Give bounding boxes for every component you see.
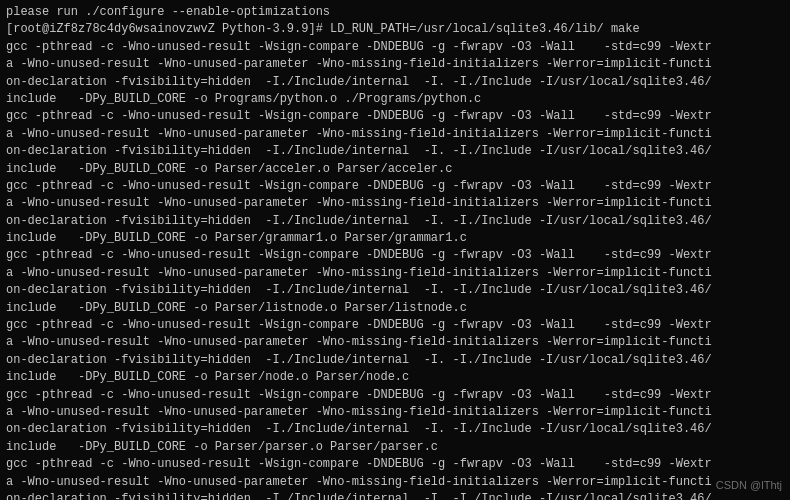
terminal-line: on-declaration -fvisibility=hidden -I./I… [6,421,784,438]
terminal-line: include -DPy_BUILD_CORE -o Parser/accele… [6,161,784,178]
terminal-line: please run ./configure --enable-optimiza… [6,4,784,21]
terminal-line: [root@iZf8z78c4dy6wsainovzwvZ Python-3.9… [6,21,784,38]
terminal-line: gcc -pthread -c -Wno-unused-result -Wsig… [6,247,784,264]
terminal-output: please run ./configure --enable-optimiza… [6,4,784,500]
terminal-line: a -Wno-unused-result -Wno-unused-paramet… [6,126,784,143]
terminal-line: a -Wno-unused-result -Wno-unused-paramet… [6,195,784,212]
terminal-line: include -DPy_BUILD_CORE -o Parser/gramma… [6,230,784,247]
terminal-line: include -DPy_BUILD_CORE -o Programs/pyth… [6,91,784,108]
terminal-line: on-declaration -fvisibility=hidden -I./I… [6,213,784,230]
terminal-line: a -Wno-unused-result -Wno-unused-paramet… [6,474,784,491]
terminal-line: gcc -pthread -c -Wno-unused-result -Wsig… [6,108,784,125]
terminal-line: include -DPy_BUILD_CORE -o Parser/parser… [6,439,784,456]
terminal-line: gcc -pthread -c -Wno-unused-result -Wsig… [6,39,784,56]
terminal-line: gcc -pthread -c -Wno-unused-result -Wsig… [6,456,784,473]
terminal-line: on-declaration -fvisibility=hidden -I./I… [6,74,784,91]
terminal-line: a -Wno-unused-result -Wno-unused-paramet… [6,334,784,351]
terminal-line: gcc -pthread -c -Wno-unused-result -Wsig… [6,317,784,334]
terminal-line: on-declaration -fvisibility=hidden -I./I… [6,143,784,160]
watermark: CSDN @lThtj [716,478,782,494]
terminal-line: on-declaration -fvisibility=hidden -I./I… [6,282,784,299]
terminal-line: gcc -pthread -c -Wno-unused-result -Wsig… [6,387,784,404]
terminal-line: include -DPy_BUILD_CORE -o Parser/listno… [6,300,784,317]
terminal-line: on-declaration -fvisibility=hidden -I./I… [6,491,784,500]
terminal-line: include -DPy_BUILD_CORE -o Parser/node.o… [6,369,784,386]
terminal-line: a -Wno-unused-result -Wno-unused-paramet… [6,265,784,282]
terminal-line: gcc -pthread -c -Wno-unused-result -Wsig… [6,178,784,195]
terminal-line: on-declaration -fvisibility=hidden -I./I… [6,352,784,369]
terminal-line: a -Wno-unused-result -Wno-unused-paramet… [6,56,784,73]
terminal-line: a -Wno-unused-result -Wno-unused-paramet… [6,404,784,421]
